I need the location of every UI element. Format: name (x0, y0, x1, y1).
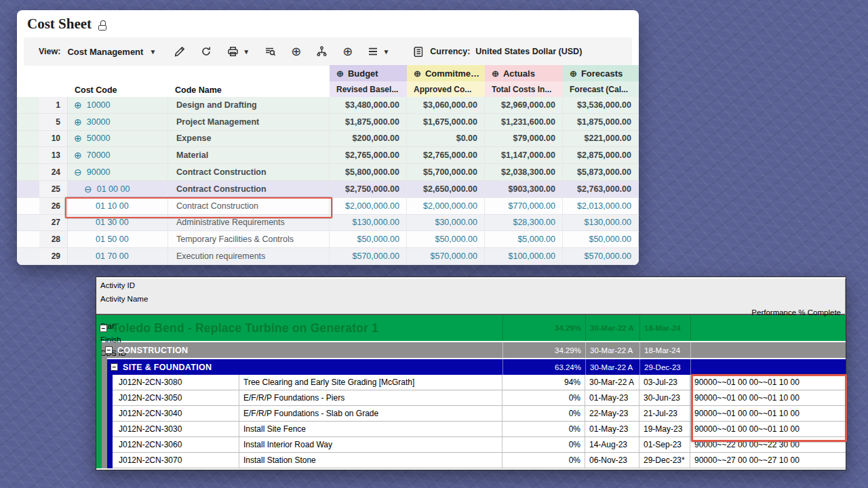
activity-name-cell[interactable]: Tree Clearing and Early Site Grading [Mc… (239, 375, 502, 390)
activity-row[interactable]: J012N-2CN-3060 Install Interior Road Way… (113, 437, 846, 453)
forecasts-cell[interactable]: $2,763,000.00 (563, 181, 639, 197)
budget-cell[interactable]: $2,000,000.00 (330, 198, 407, 214)
activity-name-cell[interactable]: Install Interior Road Way (239, 437, 502, 452)
actuals-cell[interactable]: $1,231,600.00 (485, 114, 563, 130)
finish-cell[interactable]: 21-Jul-23 (639, 406, 690, 421)
commitments-cell[interactable]: $5,700,000.00 (407, 164, 485, 180)
column-group-actuals[interactable]: ⊕Actuals (485, 65, 563, 81)
finish-cell[interactable]: 03-Jul-23 (639, 375, 690, 390)
cost-code-link[interactable]: 10000 (87, 100, 111, 110)
expand-row-icon[interactable]: ⊕ (74, 133, 82, 144)
forecasts-cell[interactable]: $50,000.00 (563, 231, 639, 247)
forecasts-cell[interactable]: $570,000.00 (563, 248, 639, 264)
cost-code-link[interactable]: 50000 (87, 134, 111, 143)
cost-code-link[interactable]: 30000 (87, 117, 111, 127)
menu-icon[interactable]: ▼ (367, 44, 389, 59)
cost-code-cell[interactable]: ⊕30000 (68, 114, 168, 130)
cbs-id-cell[interactable]: 90000~~01 00 00~~01 10 00 (690, 375, 846, 390)
budget-cell[interactable]: $5,800,000.00 (330, 164, 407, 180)
cost-code-cell[interactable]: 01 10 00 (68, 198, 168, 214)
collapse-icon[interactable]: − (100, 325, 107, 332)
project-band[interactable]: − Toledo Bend - Replace Turbine on Gener… (96, 315, 846, 341)
cbs-id-cell[interactable]: 90000~~01 00 00~~01 10 00 (690, 390, 846, 405)
forecasts-cell[interactable]: $130,000.00 (563, 215, 639, 231)
forecasts-cell[interactable]: $2,875,000.00 (563, 147, 639, 163)
cost-code-cell[interactable]: ⊕10000 (68, 97, 168, 113)
column-group-forecasts[interactable]: ⊕Forecasts (563, 65, 639, 81)
table-row[interactable]: 27 01 30 00 Administrative Requirements … (17, 215, 639, 232)
collapse-row-icon[interactable]: ⊖ (74, 167, 82, 178)
commitments-cell[interactable]: $1,675,000.00 (407, 114, 485, 130)
cost-code-link[interactable]: 01 70 00 (96, 251, 129, 261)
commitments-cell[interactable]: $50,000.00 (407, 231, 485, 247)
actuals-cell[interactable]: $28,300.00 (485, 215, 563, 231)
activity-row[interactable]: J012N-2CN-3050 E/F/R/P Foundations - Pie… (113, 390, 846, 406)
finish-cell[interactable]: 30-Jun-23 (639, 390, 690, 405)
commitments-cell[interactable]: $570,000.00 (407, 248, 485, 264)
activity-id-cell[interactable]: J012N-2CN-3030 (113, 422, 239, 436)
activity-name-cell[interactable]: Install Station Stone (239, 453, 502, 468)
print-icon[interactable]: ▼ (226, 44, 250, 59)
activity-row[interactable]: J012N-2CN-3040 E/F/R/P Foundations - Sla… (113, 406, 846, 422)
commitments-cell[interactable]: $2,765,000.00 (407, 147, 485, 163)
activity-name-cell[interactable]: Install Site Fence (239, 422, 502, 436)
actuals-cell[interactable]: $2,969,000.00 (485, 97, 563, 113)
actuals-cell[interactable]: $100,000.00 (485, 248, 563, 264)
column-header-commitments-sub[interactable]: Approved Co... (407, 81, 485, 97)
start-cell[interactable]: 14-Aug-23 (585, 437, 639, 452)
table-row[interactable]: 25 ⊖01 00 00 Contract Construction $2,75… (17, 181, 639, 198)
activity-name-cell[interactable]: E/F/R/P Foundations - Slab on Grade (239, 406, 502, 421)
table-row[interactable]: 13 ⊕70000 Material $2,765,000.00 $2,765,… (17, 147, 639, 164)
start-cell[interactable]: 06-Nov-23 (585, 453, 639, 468)
finish-cell[interactable]: 01-Sep-23 (639, 437, 690, 452)
cbs-id-cell[interactable]: 90000~~22 00 00~~22 30 00 (690, 437, 846, 452)
budget-cell[interactable]: $200,000.00 (330, 131, 407, 147)
cost-code-link[interactable]: 01 10 00 (96, 201, 129, 211)
actuals-cell[interactable]: $79,000.00 (485, 131, 563, 147)
forecasts-cell[interactable]: $5,873,000.00 (563, 164, 639, 180)
activity-id-cell[interactable]: J012N-2CN-3040 (113, 406, 239, 421)
add-columns-icon[interactable]: ⊕ (291, 44, 301, 59)
expand-column-icon[interactable]: ⊕ (414, 68, 421, 79)
activity-id-cell[interactable]: J012N-2CN-3060 (113, 437, 239, 452)
commitments-cell[interactable]: $0.00 (407, 131, 485, 147)
finish-cell[interactable]: 29-Dec-23* (639, 453, 690, 468)
budget-cell[interactable]: $2,750,000.00 (330, 181, 407, 197)
cost-code-cell[interactable]: ⊕50000 (68, 131, 168, 147)
refresh-icon[interactable] (200, 44, 212, 59)
wbs-band-site-foundation[interactable]: − SITE & FOUNDATION 63.24% 30-Mar-22 A 2… (107, 359, 846, 375)
finish-cell[interactable]: 19-May-23 (639, 422, 690, 436)
budget-cell[interactable]: $1,875,000.00 (330, 114, 407, 130)
actuals-cell[interactable]: $5,000.00 (485, 231, 563, 247)
table-row[interactable]: 1 ⊕10000 Design and Drafting $3,480,000.… (17, 97, 639, 114)
actuals-cell[interactable]: $903,300.00 (485, 181, 563, 197)
commitments-cell[interactable]: $3,060,000.00 (407, 97, 485, 113)
column-header-forecasts-sub[interactable]: Forecast (Cal... (563, 81, 639, 97)
table-row[interactable]: 10 ⊕50000 Expense $200,000.00 $0.00 $79,… (17, 131, 639, 148)
activity-name-cell[interactable]: E/F/R/P Foundations - Piers (239, 390, 502, 405)
view-dropdown[interactable]: Cost Management ▼ (67, 47, 156, 57)
cost-code-link[interactable]: 01 50 00 (96, 235, 129, 244)
wbs-band-construction[interactable]: − CONSTRUCTION 34.29% 30-Mar-22 A 18-Mar… (102, 342, 846, 358)
activity-id-cell[interactable]: J012N-2CN-3070 (113, 453, 239, 468)
actuals-cell[interactable]: $1,147,000.00 (485, 147, 563, 163)
expand-row-icon[interactable]: ⊕ (74, 117, 82, 127)
activity-row[interactable]: J012N-2CN-3080 Tree Clearing and Early S… (113, 375, 846, 390)
column-header-budget-sub[interactable]: Revised Basel... (330, 81, 407, 97)
expand-row-icon[interactable]: ⊕ (74, 100, 82, 110)
table-row[interactable]: 28 01 50 00 Temporary Facilities & Contr… (17, 231, 639, 248)
collapse-row-icon[interactable]: ⊖ (84, 184, 92, 195)
column-group-commitments[interactable]: ⊕Commitme… (407, 65, 485, 81)
activity-id-cell[interactable]: J012N-2CN-3080 (113, 375, 239, 390)
table-row[interactable]: 29 01 70 00 Execution requirements $570,… (17, 248, 639, 265)
edit-pencil-icon[interactable] (174, 44, 186, 59)
cost-code-link[interactable]: 90000 (87, 167, 111, 177)
cost-code-link[interactable]: 70000 (87, 150, 111, 160)
start-cell[interactable]: 01-May-23 (585, 422, 639, 436)
forecasts-cell[interactable]: $221,000.00 (563, 131, 639, 147)
cost-code-link[interactable]: 01 30 00 (96, 218, 129, 227)
cost-code-cell[interactable]: ⊕70000 (68, 147, 168, 163)
column-group-budget[interactable]: ⊕Budget (330, 65, 407, 81)
cbs-id-cell[interactable]: 90000~~27 00 00~~27 10 00 (690, 453, 846, 468)
table-row[interactable]: 5 ⊕30000 Project Management $1,875,000.0… (17, 114, 639, 131)
